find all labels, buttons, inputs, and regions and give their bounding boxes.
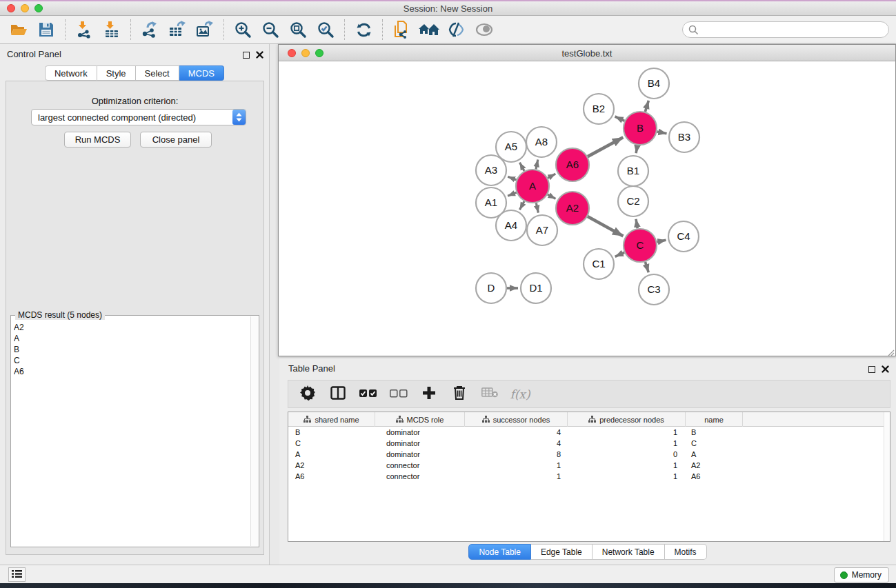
column-header-name[interactable]: name	[686, 412, 743, 427]
criterion-dropdown[interactable]: largest connected component (directed)	[31, 109, 246, 125]
table-cell[interactable]: 1	[568, 471, 686, 482]
mcds-result-item[interactable]: A6	[14, 366, 249, 377]
table-cell[interactable]: A	[686, 449, 743, 460]
close-panel-icon[interactable]	[256, 49, 263, 61]
table-row[interactable]: Adominator80A	[288, 449, 890, 460]
split-view-button[interactable]	[328, 385, 348, 404]
export-table-button[interactable]	[167, 19, 188, 40]
float-table-panel-icon[interactable]	[868, 366, 875, 373]
task-history-button[interactable]	[8, 567, 26, 582]
close-table-panel-icon[interactable]	[882, 363, 889, 376]
graph-edge-B-B2[interactable]	[615, 116, 625, 121]
tab-edge-table[interactable]: Edge Table	[531, 544, 593, 560]
tab-network[interactable]: Network	[45, 65, 97, 81]
table-cell[interactable]: 1	[465, 471, 568, 482]
deselect-all-button[interactable]	[389, 385, 408, 404]
table-cell[interactable]: dominator	[375, 427, 465, 438]
import-network-button[interactable]	[74, 19, 94, 40]
mcds-result-item[interactable]: A	[14, 333, 249, 344]
tab-motifs[interactable]: Motifs	[665, 544, 707, 560]
zoom-fit-button[interactable]	[288, 19, 308, 40]
table-cell[interactable]: connector	[375, 460, 465, 471]
tab-network-table[interactable]: Network Table	[593, 544, 665, 560]
graph-edge-A-A6[interactable]	[548, 174, 555, 178]
table-cell[interactable]: 1	[465, 460, 568, 471]
tab-mcds[interactable]: MCDS	[179, 65, 224, 81]
tab-node-table[interactable]: Node Table	[468, 544, 531, 560]
table-cell[interactable]: 1	[568, 438, 686, 449]
table-cell[interactable]: A	[288, 449, 375, 460]
network-window-titlebar[interactable]: testGlobe.txt	[279, 45, 895, 61]
refresh-network-button[interactable]	[353, 19, 374, 40]
table-row[interactable]: A2connector11A2	[288, 460, 890, 471]
table-row[interactable]: A6connector11A6	[288, 471, 890, 482]
column-header-predecessor-nodes[interactable]: predecessor nodes	[568, 412, 686, 427]
export-image-button[interactable]	[195, 19, 215, 40]
function-builder-button[interactable]: f(x)	[510, 385, 530, 404]
table-cell[interactable]: dominator	[375, 438, 465, 449]
graph-edge-B-B4[interactable]	[645, 101, 648, 112]
clone-network-button[interactable]	[391, 19, 412, 40]
table-cell[interactable]: C	[288, 438, 375, 449]
run-mcds-button[interactable]: Run MCDS	[64, 132, 131, 148]
graph-edge-B-B3[interactable]	[657, 132, 666, 134]
select-all-button[interactable]	[359, 385, 378, 404]
table-cell[interactable]: dominator	[375, 449, 465, 460]
graph-edge-A-A3[interactable]	[508, 176, 516, 180]
column-header-mcds-role[interactable]: MCDS role	[375, 412, 465, 427]
table-cell[interactable]: A6	[288, 471, 375, 482]
graph-edge-A-A5[interactable]	[519, 163, 524, 171]
table-cell[interactable]: A2	[686, 460, 743, 471]
graph-edge-A2-C[interactable]	[588, 216, 624, 236]
search-input[interactable]	[682, 21, 889, 38]
column-header-shared-name[interactable]: shared name	[288, 412, 375, 427]
zoom-in-button[interactable]	[232, 19, 253, 40]
table-cell[interactable]: 8	[465, 449, 568, 460]
graph-edge-A-A2[interactable]	[548, 194, 556, 199]
column-header-successor-nodes[interactable]: successor nodes	[465, 412, 568, 427]
add-column-button[interactable]	[419, 385, 439, 404]
table-cell[interactable]: 1	[568, 460, 686, 471]
memory-button[interactable]: Memory	[834, 567, 889, 582]
tab-style[interactable]: Style	[97, 65, 136, 81]
table-cell[interactable]: 1	[568, 427, 686, 438]
mcds-result-item[interactable]: C	[14, 355, 249, 366]
graph-edge-A-A1[interactable]	[508, 192, 517, 196]
graph-edge-C-C3[interactable]	[645, 262, 648, 272]
graph-edge-A-A8[interactable]	[536, 159, 538, 169]
table-cell[interactable]: 4	[465, 427, 568, 438]
import-table-button[interactable]	[101, 19, 122, 40]
graph-edge-B-B1[interactable]	[636, 145, 637, 154]
table-row[interactable]: Bdominator41B	[288, 427, 890, 438]
home-layout-button[interactable]	[419, 19, 439, 40]
delete-column-button[interactable]	[450, 385, 469, 404]
show-graphics-details-button[interactable]	[474, 19, 495, 40]
graph-edge-A-A4[interactable]	[519, 201, 524, 210]
table-cell[interactable]: C	[686, 438, 743, 449]
resize-grip-icon[interactable]	[886, 347, 895, 355]
mcds-scrollbar[interactable]	[250, 316, 258, 546]
save-session-button[interactable]	[36, 19, 57, 40]
graph-edge-A6-B[interactable]	[588, 137, 623, 156]
graph-edge-C-C4[interactable]	[657, 240, 666, 242]
table-scrollbar[interactable]	[884, 412, 890, 541]
table-cell[interactable]: A2	[288, 460, 375, 471]
mcds-result-item[interactable]: B	[14, 344, 249, 355]
open-session-button[interactable]	[8, 19, 29, 40]
zoom-out-button[interactable]	[260, 19, 281, 40]
mcds-result-item[interactable]: A2	[14, 322, 249, 333]
float-panel-icon[interactable]	[243, 52, 250, 59]
table-cell[interactable]: B	[686, 427, 743, 438]
table-settings-button[interactable]	[298, 385, 317, 404]
close-panel-button[interactable]: Close panel	[140, 132, 212, 148]
hide-graphics-details-button[interactable]	[446, 19, 467, 40]
table-cell[interactable]: A6	[686, 471, 743, 482]
zoom-selected-button[interactable]	[315, 19, 336, 40]
table-cell[interactable]: connector	[375, 471, 465, 482]
table-cell[interactable]: 0	[568, 449, 686, 460]
tab-select[interactable]: Select	[136, 65, 179, 81]
table-cell[interactable]: B	[288, 427, 375, 438]
delete-table-button[interactable]	[480, 385, 499, 404]
graph-edge-C-C2[interactable]	[636, 219, 637, 229]
table-cell[interactable]: 4	[465, 438, 568, 449]
